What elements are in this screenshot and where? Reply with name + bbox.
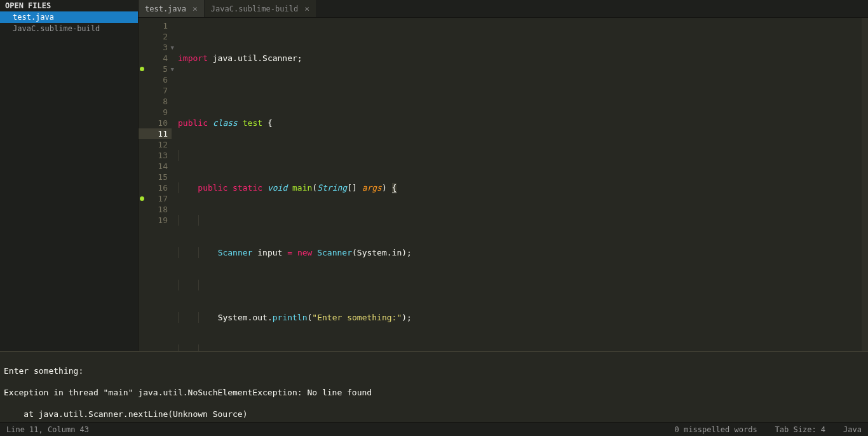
sidebar-item-javac-sublime-build[interactable]: JavaC.sublime-build xyxy=(0,23,138,34)
status-tab-size[interactable]: Tab Size: 4 xyxy=(775,425,825,434)
line-number[interactable]: 18 xyxy=(139,204,172,215)
line-number[interactable]: 17 xyxy=(139,193,172,204)
minimap[interactable] xyxy=(862,18,868,351)
code-line-7[interactable]: Scanner input = new Scanner(System.in); xyxy=(172,247,868,258)
line-number[interactable]: 6 xyxy=(139,74,172,85)
gutter: 123▼45▼678910111213141516171819 xyxy=(139,18,172,351)
line-number[interactable]: 12 xyxy=(139,139,172,150)
line-number[interactable]: 16 xyxy=(139,182,172,193)
tab-label: JavaC.sublime-build xyxy=(211,4,298,13)
line-number[interactable]: 9 xyxy=(139,107,172,118)
sidebar: OPEN FILES test.javaJavaC.sublime-build xyxy=(0,0,139,351)
tab-test-java[interactable]: test.java× xyxy=(139,0,205,17)
status-position[interactable]: Line 11, Column 43 xyxy=(6,425,675,434)
editor-area: test.java×JavaC.sublime-build× 123▼45▼67… xyxy=(139,0,868,351)
code-line-6[interactable] xyxy=(172,215,868,226)
line-number[interactable]: 8 xyxy=(139,96,172,107)
line-number[interactable]: 15 xyxy=(139,172,172,182)
line-number[interactable]: 2 xyxy=(139,31,172,42)
close-icon[interactable]: × xyxy=(304,4,309,13)
modified-dot-icon xyxy=(140,67,144,71)
line-number[interactable]: 7 xyxy=(139,85,172,96)
line-number[interactable]: 1 xyxy=(139,20,172,31)
code-line-10[interactable] xyxy=(172,344,868,351)
code-line-9[interactable]: System.out.println("Enter something:"); xyxy=(172,312,868,323)
code-line-5[interactable]: public static void main(String[] args) { xyxy=(172,182,868,193)
modified-dot-icon xyxy=(140,196,144,201)
code-line-1[interactable]: import java.util.Scanner; xyxy=(172,53,868,64)
brace-match-open: { xyxy=(392,183,397,193)
line-number[interactable]: 10 xyxy=(139,118,172,128)
status-syntax[interactable]: Java xyxy=(843,425,862,434)
tab-label: test.java xyxy=(145,4,186,13)
console-line: Exception in thread "main" java.util.NoS… xyxy=(4,388,372,397)
tab-javac-sublime-build[interactable]: JavaC.sublime-build× xyxy=(205,0,316,17)
line-number[interactable]: 14 xyxy=(139,161,172,172)
line-number[interactable]: 13 xyxy=(139,150,172,161)
main-area: OPEN FILES test.javaJavaC.sublime-build … xyxy=(0,0,868,351)
code-lines[interactable]: import java.util.Scanner; public class t… xyxy=(172,18,868,351)
line-number[interactable]: 3▼ xyxy=(139,42,172,53)
code-line-8[interactable] xyxy=(172,280,868,290)
sidebar-item-test-java[interactable]: test.java xyxy=(0,11,138,23)
tab-bar: test.java×JavaC.sublime-build× xyxy=(139,0,868,18)
sidebar-header: OPEN FILES xyxy=(0,0,138,11)
status-spell[interactable]: 0 misspelled words xyxy=(675,425,757,434)
status-bar: Line 11, Column 43 0 misspelled words Ta… xyxy=(0,422,868,436)
code-line-3[interactable]: public class test { xyxy=(172,118,868,128)
console-line: Enter something: xyxy=(4,366,83,376)
code-line-2[interactable] xyxy=(172,85,868,96)
close-icon[interactable]: × xyxy=(193,4,198,13)
line-number[interactable]: 4 xyxy=(139,53,172,64)
console-line: at java.util.Scanner.nextLine(Unknown So… xyxy=(4,409,248,419)
code-area[interactable]: 123▼45▼678910111213141516171819 import j… xyxy=(139,18,868,351)
build-output-panel[interactable]: Enter something: Exception in thread "ma… xyxy=(0,351,868,422)
code-line-4[interactable] xyxy=(172,150,868,161)
line-number[interactable]: 11 xyxy=(139,128,172,139)
line-number[interactable]: 5▼ xyxy=(139,64,172,74)
line-number[interactable]: 19 xyxy=(139,215,172,226)
